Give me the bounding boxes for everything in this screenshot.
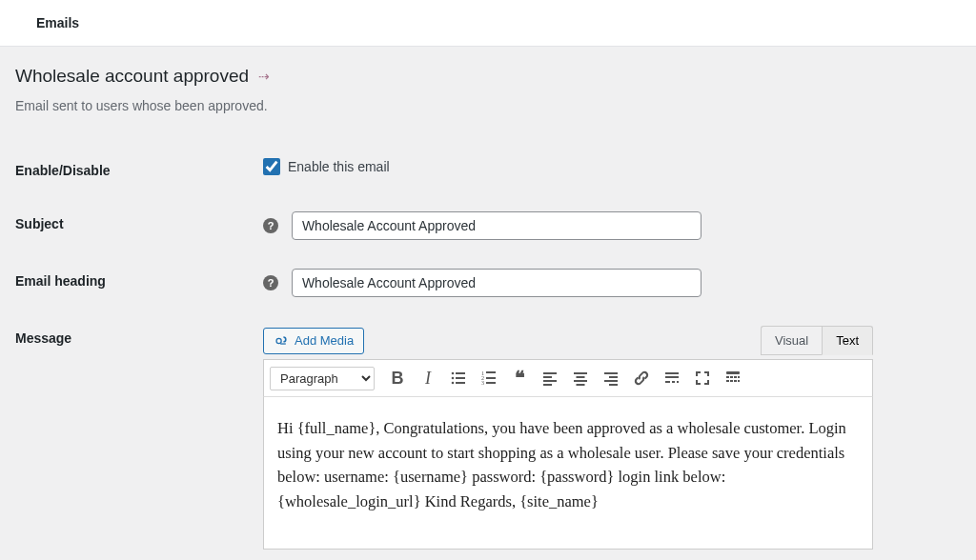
svg-rect-13 (486, 382, 496, 384)
align-left-button[interactable] (537, 365, 563, 391)
svg-rect-23 (609, 376, 618, 378)
editor: Add Media Visual Text Paragraph B (263, 326, 873, 550)
svg-rect-14 (543, 372, 557, 374)
insert-more-button[interactable] (659, 365, 685, 391)
svg-rect-21 (577, 384, 585, 386)
svg-rect-16 (543, 380, 557, 382)
svg-rect-35 (738, 376, 740, 378)
svg-rect-28 (665, 381, 670, 383)
svg-point-6 (452, 382, 455, 385)
editor-tabs: Visual Text (761, 326, 873, 355)
toolbar-toggle-button[interactable] (720, 365, 746, 391)
svg-rect-26 (665, 372, 679, 374)
email-heading-label: Email heading (15, 254, 254, 311)
help-icon[interactable]: ? (263, 218, 278, 233)
align-right-icon (601, 369, 620, 388)
svg-rect-5 (456, 377, 465, 379)
svg-rect-22 (604, 372, 618, 374)
svg-rect-1 (280, 343, 286, 344)
editor-top: Add Media Visual Text (263, 326, 873, 355)
svg-rect-11 (486, 377, 496, 379)
blockquote-button[interactable]: ❝ (506, 365, 533, 391)
format-select[interactable]: Paragraph (270, 367, 375, 390)
svg-rect-30 (677, 381, 679, 383)
add-media-button[interactable]: Add Media (263, 328, 364, 354)
svg-rect-29 (672, 381, 675, 383)
help-icon[interactable]: ? (263, 275, 278, 290)
subject-input[interactable] (292, 211, 702, 240)
align-right-button[interactable] (598, 365, 624, 391)
svg-rect-27 (665, 376, 679, 378)
svg-rect-31 (726, 371, 740, 374)
top-bar: Emails (0, 0, 976, 47)
svg-point-0 (276, 338, 281, 343)
align-center-icon (571, 369, 590, 388)
svg-rect-18 (574, 372, 587, 374)
svg-text:3: 3 (481, 380, 484, 386)
align-left-icon (540, 369, 559, 388)
link-icon (632, 369, 651, 388)
page-description: Email sent to users whose been approved. (15, 98, 976, 113)
svg-rect-7 (456, 382, 465, 384)
svg-rect-33 (730, 376, 733, 378)
page-heading-row: Wholesale account approved ⇢ (15, 66, 976, 87)
form-table: Enable/Disable Enable this email Subject… (15, 144, 976, 560)
tab-text[interactable]: Text (822, 326, 873, 355)
svg-rect-34 (734, 376, 737, 378)
italic-button[interactable]: I (415, 365, 441, 391)
svg-rect-36 (726, 380, 729, 382)
editor-body[interactable]: Hi {full_name}, Congratulations, you hav… (263, 397, 873, 550)
page-title: Wholesale account approved (15, 66, 249, 87)
link-button[interactable] (628, 365, 655, 391)
list-ul-icon (449, 369, 468, 388)
svg-rect-3 (456, 372, 465, 374)
svg-point-4 (452, 377, 455, 380)
svg-rect-19 (577, 376, 585, 378)
svg-rect-20 (574, 380, 587, 382)
email-heading-input[interactable] (292, 269, 702, 297)
bold-button[interactable]: B (384, 365, 411, 391)
list-ol-icon: 123 (479, 369, 498, 388)
enable-checkbox-wrap[interactable]: Enable this email (263, 158, 390, 175)
add-media-label: Add Media (295, 333, 354, 348)
svg-rect-32 (726, 376, 729, 378)
media-icon (274, 333, 289, 349)
back-link[interactable]: ⇢ (258, 69, 270, 84)
fullscreen-icon (693, 369, 712, 388)
numbered-list-button[interactable]: 123 (476, 365, 502, 391)
svg-rect-17 (543, 384, 552, 386)
read-more-icon (662, 369, 681, 388)
svg-rect-38 (734, 380, 737, 382)
svg-rect-9 (486, 371, 496, 373)
content: Wholesale account approved ⇢ Email sent … (0, 47, 976, 560)
fullscreen-button[interactable] (689, 365, 716, 391)
subject-label: Subject (15, 197, 254, 254)
enable-checkbox-label: Enable this email (288, 159, 390, 174)
svg-rect-15 (543, 376, 552, 378)
enable-label: Enable/Disable (15, 144, 254, 197)
svg-rect-37 (730, 380, 733, 382)
editor-toolbar: Paragraph B I 123 ❝ (263, 359, 873, 397)
svg-point-2 (452, 372, 455, 375)
message-label: Message (15, 311, 254, 560)
tab-visual[interactable]: Visual (761, 326, 822, 355)
nav-title: Emails (36, 15, 79, 30)
svg-rect-24 (604, 380, 618, 382)
align-center-button[interactable] (567, 365, 594, 391)
bulleted-list-button[interactable] (445, 365, 472, 391)
svg-rect-25 (609, 384, 618, 386)
svg-rect-39 (738, 380, 740, 382)
enable-checkbox[interactable] (263, 158, 280, 175)
kitchen-sink-icon (723, 369, 742, 388)
